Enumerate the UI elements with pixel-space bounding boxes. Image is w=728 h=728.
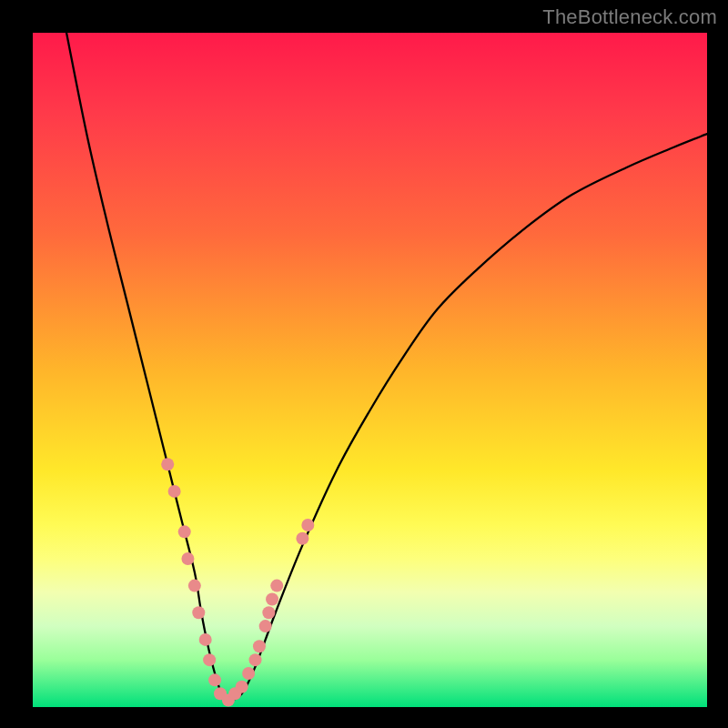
watermark-label: TheBottleneck.com bbox=[542, 5, 717, 29]
chart-frame: TheBottleneck.com bbox=[0, 0, 728, 728]
highlight-dot bbox=[249, 653, 262, 666]
highlight-dot bbox=[168, 485, 181, 498]
highlight-dot bbox=[242, 667, 255, 680]
highlight-dot bbox=[178, 525, 191, 538]
highlight-dot bbox=[188, 580, 201, 592]
highlight-dot bbox=[259, 620, 272, 632]
highlight-dot bbox=[199, 633, 212, 646]
highlight-dot bbox=[270, 580, 283, 592]
highlight-dot bbox=[236, 681, 248, 693]
highlight-dot bbox=[203, 653, 216, 666]
highlight-dot bbox=[262, 606, 275, 619]
plot-area bbox=[33, 33, 707, 707]
highlight-dot bbox=[208, 673, 221, 686]
highlight-dot bbox=[161, 458, 174, 470]
highlight-dot bbox=[253, 640, 266, 652]
highlight-dot bbox=[181, 552, 194, 565]
highlight-dot bbox=[192, 606, 205, 619]
highlight-dot bbox=[266, 592, 278, 605]
highlight-dots-group bbox=[161, 458, 314, 706]
highlight-dot bbox=[296, 532, 308, 545]
chart-overlay bbox=[33, 33, 707, 707]
bottleneck-curve bbox=[66, 33, 707, 701]
highlight-dot bbox=[301, 519, 314, 531]
